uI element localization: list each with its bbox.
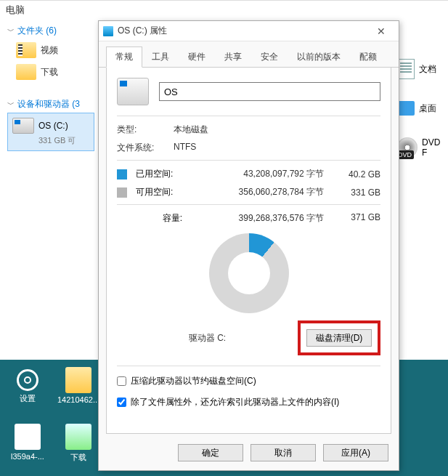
nav-item-video[interactable]: 视频 (7, 39, 102, 61)
divider (117, 366, 380, 366)
icon-label: 设置 (6, 393, 49, 404)
close-button[interactable]: ✕ (368, 23, 394, 39)
free-color-swatch (117, 187, 127, 198)
capacity-gb: 371 GB (331, 212, 380, 225)
drive-name-input[interactable] (159, 82, 380, 101)
folder-icon (16, 64, 36, 80)
divider (117, 204, 380, 205)
desktop-icon-settings[interactable]: 设置 (6, 367, 49, 404)
folder-item-desktop[interactable]: 桌面 (397, 101, 441, 116)
capacity-bytes: 399,268,376,576 字节 (194, 212, 324, 225)
drive-free-text: 331 GB 可 (12, 135, 89, 146)
tab-hardware[interactable]: 硬件 (179, 47, 215, 68)
desktop-icon (397, 101, 415, 116)
filesystem-label: 文件系统: (117, 142, 174, 154)
type-value: 本地磁盘 (174, 124, 208, 136)
free-label: 可用空间: (136, 186, 187, 198)
icon-label: 下载 (57, 452, 100, 463)
type-label: 类型: (117, 124, 174, 136)
tab-content-general: 类型: 本地磁盘 文件系统: NTFS 已用空间: 43,208,097,792… (106, 68, 391, 434)
tab-bar: 常规 工具 硬件 共享 安全 以前的版本 配额 (99, 41, 399, 68)
folder-icon (16, 42, 36, 58)
drive-icon (12, 118, 34, 134)
file-icon (15, 424, 41, 450)
drive-icon (117, 78, 149, 105)
properties-dialog: OS (C:) 属性 ✕ 常规 工具 硬件 共享 安全 以前的版本 配额 类型:… (98, 20, 399, 471)
tab-sharing[interactable]: 共享 (215, 47, 251, 68)
nav-item-label: 视频 (41, 44, 58, 57)
capacity-row: 容量: 399,268,376,576 字节 371 GB (117, 212, 380, 225)
desktop-icon-folder1[interactable]: 14210462... (57, 367, 100, 404)
tree-group-devices[interactable]: ﹀ 设备和驱动器 (3 (7, 96, 102, 113)
tree-group-folders[interactable]: ﹀ 文件夹 (6) (7, 23, 102, 39)
free-gb: 331 GB (331, 187, 380, 198)
document-icon (397, 59, 415, 79)
nav-item-drive-c[interactable]: OS (C:) 331 GB 可 (7, 113, 94, 151)
divider (117, 160, 380, 161)
disk-cleanup-button[interactable]: 磁盘清理(D) (306, 329, 372, 347)
cancel-button[interactable]: 取消 (251, 444, 316, 461)
used-label: 已用空间: (136, 168, 187, 180)
free-space-row: 可用空间: 356,060,278,784 字节 331 GB (117, 186, 380, 198)
drive-letter-label: 驱动器 C: (117, 332, 298, 344)
index-checkbox[interactable] (117, 398, 126, 407)
tab-previous-versions[interactable]: 以前的版本 (288, 47, 350, 68)
chevron-down-icon: ﹀ (7, 26, 15, 36)
close-icon: ✕ (377, 25, 386, 37)
dialog-button-row: 确定 取消 应用(A) (99, 438, 399, 470)
icon-label: 14210462... (57, 395, 100, 404)
gear-icon (17, 369, 38, 391)
index-label: 除了文件属性外，还允许索引此驱动器上文件的内容(I) (131, 396, 339, 408)
disk-usage-pie-chart (209, 233, 289, 313)
free-bytes: 356,060,278,784 字节 (194, 186, 324, 198)
used-gb: 40.2 GB (331, 169, 380, 179)
apply-button[interactable]: 应用(A) (323, 444, 388, 461)
compress-checkbox-row[interactable]: 压缩此驱动器以节约磁盘空间(C) (117, 375, 380, 387)
drive-icon (103, 26, 113, 36)
folder-label: 文档 (419, 63, 436, 76)
nav-item-label: 下载 (41, 66, 58, 78)
dialog-titlebar[interactable]: OS (C:) 属性 ✕ (99, 21, 399, 41)
drive-label: DVD F (422, 137, 441, 158)
explorer-header: 电脑 (0, 1, 448, 20)
tree-group-label: 文件夹 (6) (17, 25, 57, 37)
used-color-swatch (117, 169, 127, 179)
folder-icon (65, 367, 91, 393)
explorer-content-right: 文档 桌面 DVD DVD F (397, 59, 441, 179)
folder-item-documents[interactable]: 文档 (397, 59, 441, 79)
index-checkbox-row[interactable]: 除了文件属性外，还允许索引此驱动器上文件的内容(I) (117, 396, 380, 408)
compress-checkbox[interactable] (117, 376, 126, 386)
desktop-icon-file[interactable]: l359a4-... (6, 424, 49, 461)
tab-quota[interactable]: 配额 (350, 47, 386, 68)
highlight-box: 磁盘清理(D) (298, 320, 380, 355)
ok-button[interactable]: 确定 (178, 444, 243, 461)
used-space-row: 已用空间: 43,208,097,792 字节 40.2 GB (117, 168, 380, 180)
drive-item-dvd[interactable]: DVD DVD F (397, 137, 441, 158)
icon-label: l359a4-... (6, 452, 49, 461)
dialog-title: OS (C:) 属性 (118, 25, 167, 37)
tab-security[interactable]: 安全 (251, 47, 288, 68)
app-icon (65, 424, 91, 450)
drive-name: OS (C:) (38, 121, 68, 131)
compress-label: 压缩此驱动器以节约磁盘空间(C) (131, 375, 256, 387)
explorer-nav-pane: ﹀ 文件夹 (6) 视频 下载 ﹀ 设备和驱动器 (3 OS (C:) (7, 23, 102, 164)
divider (117, 116, 380, 116)
capacity-label: 容量: (117, 212, 187, 225)
folder-label: 桌面 (419, 102, 436, 115)
chevron-down-icon: ﹀ (7, 100, 15, 110)
tree-group-label: 设备和驱动器 (3 (17, 98, 80, 110)
used-bytes: 43,208,097,792 字节 (194, 168, 324, 180)
filesystem-value: NTFS (174, 142, 196, 154)
tab-general[interactable]: 常规 (106, 47, 142, 68)
desktop-icon-downloads[interactable]: 下载 (57, 424, 100, 463)
nav-item-downloads[interactable]: 下载 (7, 61, 102, 83)
tab-tools[interactable]: 工具 (142, 47, 179, 68)
